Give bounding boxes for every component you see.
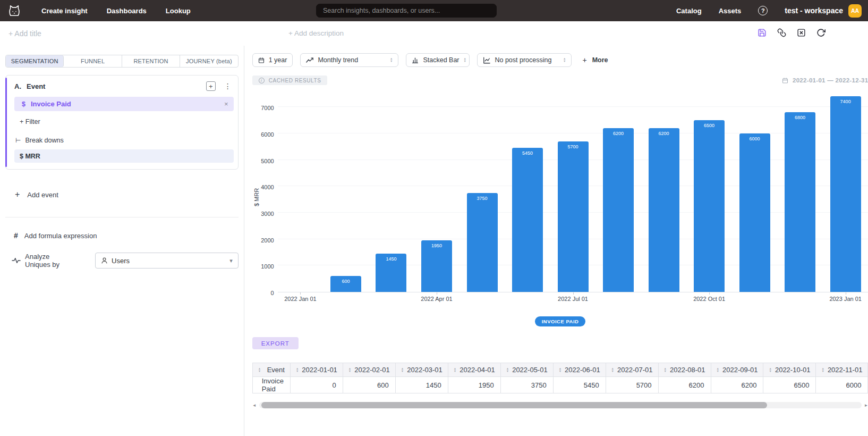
sort-icon[interactable]: ▲▼: [296, 367, 299, 373]
sort-down-icon: ▼: [717, 370, 719, 373]
calendar-icon: [782, 77, 788, 84]
nav-item-assets[interactable]: Assets: [719, 7, 742, 15]
help-icon[interactable]: ?: [758, 6, 768, 15]
column-header-2022-11-01[interactable]: ▲▼2022-11-01: [816, 363, 868, 377]
tab-funnel[interactable]: FUNNEL: [64, 55, 122, 67]
bar-slot: 6800: [777, 112, 823, 292]
breakdown-item-mrr[interactable]: $ MRR: [14, 149, 234, 163]
activity-icon: [12, 257, 21, 264]
more-button[interactable]: + More: [582, 56, 608, 64]
column-header-2022-09-01[interactable]: ▲▼2022-09-01: [711, 363, 763, 377]
header-actions: [758, 28, 826, 37]
column-header-2022-06-01[interactable]: ▲▼2022-06-01: [553, 363, 606, 377]
tab-journey-beta[interactable]: JOURNEY (beta): [180, 55, 237, 67]
avatar[interactable]: AA: [848, 4, 862, 18]
bar[interactable]: 1450: [376, 254, 406, 292]
nav-item-dashboards[interactable]: Dashboards: [107, 7, 147, 15]
bar[interactable]: 3750: [467, 193, 498, 292]
tab-segmentation[interactable]: SEGMENTATION: [6, 55, 64, 67]
refresh-icon[interactable]: [816, 28, 826, 37]
scroll-right-icon[interactable]: ►: [864, 403, 868, 408]
bar[interactable]: 6200: [603, 128, 634, 292]
date-range-button[interactable]: 1 year: [252, 53, 293, 67]
post-processing-icon: [483, 57, 490, 64]
scrollbar-thumb[interactable]: [261, 402, 767, 408]
column-label: 2022-11-01: [828, 366, 863, 374]
column-header-2022-04-01[interactable]: ▲▼2022-04-01: [448, 363, 500, 377]
column-header-2022-07-01[interactable]: ▲▼2022-07-01: [606, 363, 658, 377]
y-axis-title-col: $ MRR: [252, 90, 261, 304]
plot-area: 6001450195037505450570062006200650060006…: [278, 90, 868, 292]
app-logo-cat-icon[interactable]: [6, 4, 22, 18]
column-header-2022-02-01[interactable]: ▲▼2022-02-01: [343, 363, 395, 377]
sort-icon[interactable]: ▲▼: [559, 367, 561, 373]
sort-icon[interactable]: ▲▼: [348, 367, 351, 373]
sort-icon[interactable]: ▲▼: [821, 367, 824, 373]
add-event-button[interactable]: + Add event: [15, 190, 239, 199]
nav-right-group: CatalogAssets ? test - workspace AA: [676, 4, 862, 18]
bar[interactable]: 5700: [558, 141, 589, 292]
dollar-icon: $: [22, 100, 25, 108]
column-header-2022-01-01[interactable]: ▲▼2022-01-01: [290, 363, 343, 377]
chevron-down-icon: ▾: [229, 257, 233, 264]
kebab-menu-icon[interactable]: ⋮: [224, 82, 232, 90]
sort-icon[interactable]: ▲▼: [769, 367, 771, 373]
remove-event-icon[interactable]: ×: [224, 100, 228, 108]
add-title-button[interactable]: + Add title: [8, 29, 41, 38]
scrollbar-track[interactable]: [259, 402, 862, 408]
sort-icon[interactable]: ▲▼: [664, 367, 667, 373]
bar-slot: 3750: [459, 193, 505, 292]
sort-icon[interactable]: ▲▼: [506, 367, 509, 373]
sort-down-icon: ▼: [559, 370, 561, 373]
main-split: SEGMENTATIONFUNNELRETENTIONJOURNEY (beta…: [0, 46, 868, 436]
column-header-event[interactable]: ▲▼Event: [252, 363, 290, 377]
save-icon[interactable]: [758, 28, 767, 37]
column-header-2022-03-01[interactable]: ▲▼2022-03-01: [395, 363, 448, 377]
sort-icon[interactable]: ▲▼: [611, 367, 614, 373]
bar[interactable]: 6500: [694, 120, 725, 292]
y-tick-label: 1000: [261, 263, 274, 270]
column-label: Event: [267, 366, 285, 374]
bar[interactable]: 5450: [512, 148, 543, 292]
column-header-2022-05-01[interactable]: ▲▼2022-05-01: [500, 363, 553, 377]
nav-item-create-insight[interactable]: Create insight: [41, 7, 88, 15]
post-processing-select[interactable]: No post processing ▲▼: [477, 53, 572, 67]
nav-item-catalog[interactable]: Catalog: [676, 7, 702, 15]
bar[interactable]: 600: [330, 276, 361, 292]
scroll-left-icon[interactable]: ◄: [252, 403, 257, 408]
chart-type-select[interactable]: Stacked Bar ▲▼: [406, 53, 470, 67]
copy-link-icon[interactable]: [777, 28, 786, 37]
clear-insight-icon[interactable]: [797, 28, 806, 37]
uniques-entity-select[interactable]: Users ▾: [95, 253, 239, 269]
bar[interactable]: 6200: [649, 128, 679, 292]
export-button[interactable]: EXPORT: [252, 337, 299, 349]
add-filter-button[interactable]: + Filter: [20, 118, 234, 125]
sort-icon[interactable]: ▲▼: [258, 367, 261, 373]
nav-item-lookup[interactable]: Lookup: [166, 7, 191, 15]
add-formula-button[interactable]: # Add formula expression: [14, 231, 239, 240]
breakdowns-label: Break downs: [25, 137, 63, 144]
search-input[interactable]: [316, 4, 497, 18]
bar[interactable]: 1950: [421, 240, 452, 292]
bar[interactable]: 6000: [739, 133, 770, 292]
workspace-switcher[interactable]: test - workspace AA: [785, 4, 862, 18]
sort-icon[interactable]: ▲▼: [717, 367, 719, 373]
sort-icon[interactable]: ▲▼: [454, 367, 456, 373]
event-group-card: A. Event + ⋮ $ Invoice Paid × + Filter ⊢…: [5, 75, 239, 170]
x-tick: [709, 292, 710, 295]
analyze-uniques-label: Analyze Uniques by: [25, 253, 76, 269]
post-processing-value: No post processing: [495, 56, 559, 64]
column-header-2022-08-01[interactable]: ▲▼2022-08-01: [658, 363, 711, 377]
column-header-2022-10-01[interactable]: ▲▼2022-10-01: [763, 363, 816, 377]
selected-event-row[interactable]: $ Invoice Paid ×: [14, 97, 234, 111]
bar[interactable]: 7400: [830, 96, 861, 292]
cached-results-label: CACHED RESULTS: [269, 78, 321, 83]
tab-retention[interactable]: RETENTION: [122, 55, 180, 67]
trend-select[interactable]: Monthly trend ▲▼: [300, 53, 398, 67]
bar[interactable]: 6800: [785, 112, 815, 292]
legend-item-invoice-paid[interactable]: INVOICE PAID: [535, 316, 586, 326]
duplicate-group-icon[interactable]: +: [206, 81, 216, 91]
sort-icon[interactable]: ▲▼: [401, 367, 404, 373]
sort-down-icon: ▼: [258, 370, 261, 373]
add-description-button[interactable]: + Add description: [288, 29, 344, 37]
